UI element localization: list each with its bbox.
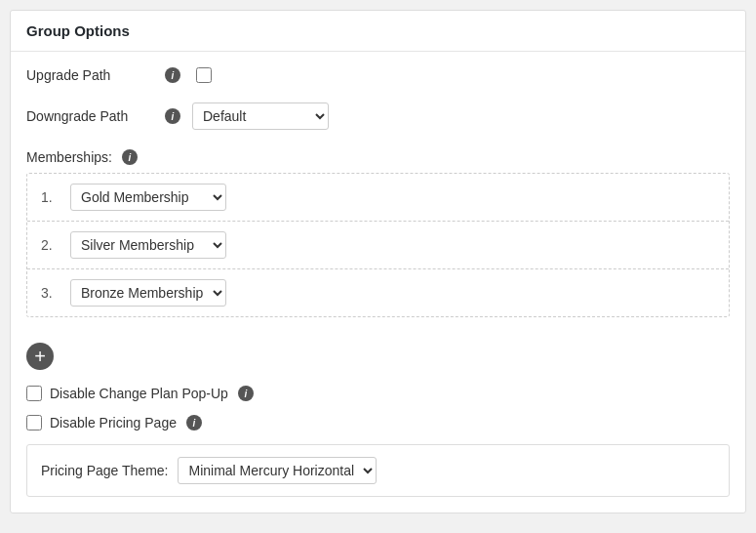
panel-body: Upgrade Path i Downgrade Path i Default …	[11, 52, 745, 512]
membership-select-1[interactable]: Gold Membership Silver Membership Bronze…	[70, 184, 226, 211]
downgrade-path-row: Downgrade Path i Default Custom None	[26, 102, 730, 130]
upgrade-path-label: Upgrade Path	[26, 67, 153, 83]
membership-number-3: 3.	[41, 285, 60, 301]
pricing-theme-label: Pricing Page Theme:	[41, 463, 168, 478]
pricing-theme-select[interactable]: Minimal Mercury Horizontal Classic Moder…	[178, 457, 377, 484]
membership-number-2: 2.	[41, 237, 60, 253]
memberships-list: 1. Gold Membership Silver Membership Bro…	[26, 173, 730, 317]
disable-change-plan-checkbox[interactable]	[26, 386, 42, 401]
disable-change-plan-label: Disable Change Plan Pop-Up	[50, 386, 228, 401]
downgrade-path-info-icon[interactable]: i	[165, 108, 180, 124]
add-membership-button[interactable]: +	[26, 343, 54, 370]
upgrade-path-checkbox[interactable]	[196, 67, 212, 83]
downgrade-path-select[interactable]: Default Custom None	[192, 102, 329, 130]
panel-title: Group Options	[11, 11, 745, 52]
group-options-panel: Group Options Upgrade Path i Downgrade P…	[10, 10, 746, 513]
memberships-info-icon[interactable]: i	[122, 149, 138, 165]
disable-pricing-page-label: Disable Pricing Page	[50, 415, 177, 430]
disable-change-plan-row: Disable Change Plan Pop-Up i	[26, 386, 730, 401]
membership-select-3[interactable]: Gold Membership Silver Membership Bronze…	[70, 279, 226, 307]
membership-item-3: 3. Gold Membership Silver Membership Bro…	[27, 269, 729, 316]
membership-select-2[interactable]: Gold Membership Silver Membership Bronze…	[70, 231, 226, 259]
upgrade-path-info-icon[interactable]: i	[165, 67, 180, 83]
disable-pricing-page-info-icon[interactable]: i	[186, 415, 202, 430]
memberships-label: Memberships:	[26, 149, 112, 165]
disable-change-plan-info-icon[interactable]: i	[238, 386, 254, 401]
membership-item-2: 2. Gold Membership Silver Membership Bro…	[27, 222, 729, 269]
membership-item-1: 1. Gold Membership Silver Membership Bro…	[27, 174, 729, 222]
memberships-section: Memberships: i 1. Gold Membership Silver…	[26, 149, 730, 317]
upgrade-path-row: Upgrade Path i	[26, 67, 730, 83]
downgrade-path-label: Downgrade Path	[26, 108, 153, 124]
pricing-theme-section: Pricing Page Theme: Minimal Mercury Hori…	[26, 444, 730, 497]
membership-number-1: 1.	[41, 189, 60, 205]
memberships-label-row: Memberships: i	[26, 149, 730, 165]
disable-pricing-page-checkbox[interactable]	[26, 415, 42, 430]
disable-pricing-page-row: Disable Pricing Page i	[26, 415, 730, 430]
